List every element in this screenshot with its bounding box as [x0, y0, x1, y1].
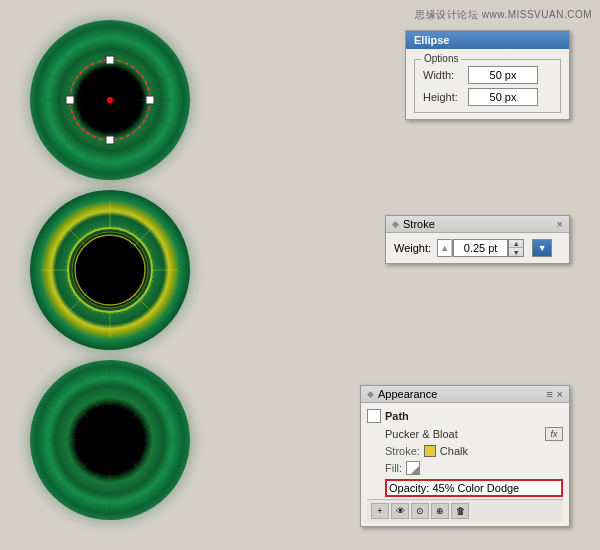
- appearance-body: Path Pucker & Bloat fx Stroke: Chalk Fil…: [361, 403, 569, 526]
- options-legend: Options: [421, 53, 461, 64]
- stroke-chalk-label: Chalk: [440, 445, 468, 457]
- link-icon[interactable]: ⊙: [411, 503, 429, 519]
- fill-appear-row: Fill:: [367, 459, 563, 477]
- appear-close-icon[interactable]: ×: [557, 388, 563, 400]
- svg-rect-21: [146, 96, 154, 104]
- eye1-section: [30, 20, 190, 180]
- options-group: Options Width: Height:: [414, 59, 561, 113]
- height-label: Height:: [423, 91, 468, 103]
- svg-rect-20: [66, 96, 74, 104]
- fill-appear-label: Fill:: [385, 462, 402, 474]
- stroke-dropdown-btn[interactable]: ▼: [532, 239, 552, 257]
- svg-point-1: [107, 97, 113, 103]
- appearance-title-left: ◆ Appearance: [367, 388, 437, 400]
- svg-line-47: [144, 453, 172, 468]
- path-label: Path: [385, 410, 409, 422]
- stroke-panel-title-left: ◆ Stroke: [392, 218, 435, 230]
- svg-rect-18: [106, 56, 114, 64]
- eye1: [30, 20, 190, 180]
- appear-diamond-icon: ◆: [367, 389, 374, 399]
- appearance-toolbar: + 👁 ⊙ ⊕ 🗑: [367, 499, 563, 522]
- svg-line-45: [48, 453, 76, 468]
- appear-menu-icon[interactable]: ≡: [546, 388, 552, 400]
- stroke-appear-label: Stroke:: [385, 445, 420, 457]
- svg-line-44: [48, 412, 76, 427]
- weight-spinner[interactable]: ▲ ▲ ▼: [437, 239, 524, 257]
- svg-line-9: [131, 121, 157, 147]
- width-label: Width:: [423, 69, 468, 81]
- fill-swatch[interactable]: [406, 461, 420, 475]
- eye1-iris-lines: [30, 20, 190, 180]
- height-input[interactable]: [468, 88, 538, 106]
- path-color-box: [367, 409, 381, 423]
- ellipse-panel: Ellipse Options Width: Height:: [405, 30, 570, 120]
- delete-icon[interactable]: 🗑: [451, 503, 469, 519]
- eye3-iris-lines: [30, 360, 190, 520]
- weight-up-arrow[interactable]: ▲: [438, 239, 452, 257]
- eye3: [30, 360, 190, 520]
- ellipse-panel-title: Ellipse: [406, 31, 569, 49]
- weight-input[interactable]: [453, 239, 508, 257]
- svg-rect-19: [106, 136, 114, 144]
- pucker-bloat-row: Pucker & Bloat fx: [367, 425, 563, 443]
- path-row: Path: [367, 407, 563, 425]
- fx-badge: fx: [545, 427, 563, 441]
- stroke-color-swatch[interactable]: [424, 445, 436, 457]
- eye-visibility-icon[interactable]: 👁: [391, 503, 409, 519]
- width-row: Width:: [423, 66, 552, 84]
- opacity-row: Opacity: 45% Color Dodge: [385, 479, 563, 497]
- height-row: Height:: [423, 88, 552, 106]
- appearance-title: Appearance: [378, 388, 437, 400]
- weight-down-btn[interactable]: ▼: [509, 248, 523, 256]
- weight-label: Weight:: [394, 242, 431, 254]
- pucker-bloat-label: Pucker & Bloat: [385, 428, 458, 440]
- stroke-panel-title: Stroke: [403, 218, 435, 230]
- svg-line-8: [63, 121, 89, 147]
- add-item-icon[interactable]: +: [371, 503, 389, 519]
- svg-line-41: [132, 462, 160, 490]
- weight-up-btn[interactable]: ▲: [509, 240, 523, 248]
- stroke-panel-controls[interactable]: ×: [557, 218, 563, 230]
- svg-line-46: [144, 412, 172, 427]
- svg-line-6: [63, 53, 89, 79]
- svg-line-38: [60, 390, 88, 418]
- watermark: 思缘设计论坛 www.MISSVUAN.COM: [415, 8, 592, 22]
- opacity-label: Opacity: 45% Color Dodge: [389, 482, 519, 494]
- svg-line-43: [123, 378, 138, 406]
- svg-line-40: [60, 462, 88, 490]
- stroke-diamond-icon: ◆: [392, 219, 399, 229]
- svg-line-42: [82, 378, 97, 406]
- appearance-titlebar: ◆ Appearance ≡ ×: [361, 386, 569, 403]
- appearance-panel: ◆ Appearance ≡ × Path Pucker & Bloat fx …: [360, 385, 570, 527]
- eye3-section: [30, 360, 190, 520]
- eye2-section: [30, 190, 190, 350]
- duplicate-icon[interactable]: ⊕: [431, 503, 449, 519]
- stroke-appear-row: Stroke: Chalk: [367, 443, 563, 459]
- svg-line-39: [132, 390, 160, 418]
- svg-line-48: [82, 474, 97, 502]
- stroke-close-icon[interactable]: ×: [557, 218, 563, 230]
- width-input[interactable]: [468, 66, 538, 84]
- svg-line-7: [131, 53, 157, 79]
- svg-line-49: [123, 474, 138, 502]
- stroke-panel-titlebar: ◆ Stroke ×: [386, 216, 569, 233]
- appearance-controls[interactable]: ≡ ×: [546, 388, 563, 400]
- eye2: [30, 190, 190, 350]
- weight-arrows[interactable]: ▲ ▼: [508, 239, 524, 257]
- stroke-panel-body: Weight: ▲ ▲ ▼ ▼: [386, 233, 569, 263]
- stroke-panel: ◆ Stroke × Weight: ▲ ▲ ▼ ▼: [385, 215, 570, 264]
- eye2-iris-lines: [30, 190, 190, 350]
